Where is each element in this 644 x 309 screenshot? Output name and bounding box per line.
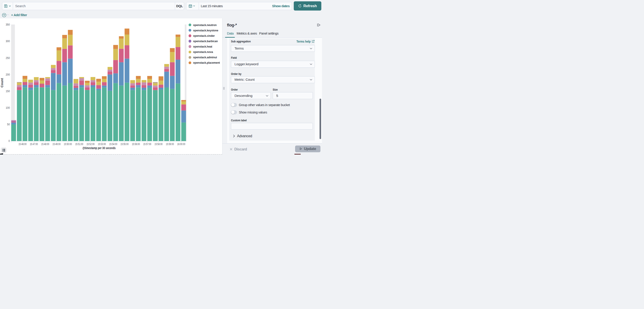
svg-text:@timestamp per 30 seconds: @timestamp per 30 seconds [82, 146, 116, 150]
svg-text:15:59:00: 15:59:00 [166, 142, 174, 146]
svg-text:15:58:00: 15:58:00 [154, 142, 162, 146]
svg-text:15:54:00: 15:54:00 [109, 142, 117, 146]
svg-text:15:53:00: 15:53:00 [98, 142, 106, 146]
svg-text:16:00:00: 16:00:00 [177, 142, 185, 146]
svg-text:50: 50 [7, 123, 10, 126]
svg-text:200: 200 [6, 73, 10, 76]
svg-text:0: 0 [8, 140, 10, 142]
svg-text:300: 300 [6, 40, 10, 43]
svg-text:15:52:00: 15:52:00 [86, 142, 95, 146]
svg-text:15:49:00: 15:49:00 [52, 142, 60, 146]
svg-text:15:55:00: 15:55:00 [120, 142, 128, 146]
svg-text:15:50:00: 15:50:00 [64, 142, 72, 146]
svg-text:350: 350 [6, 23, 10, 26]
svg-text:150: 150 [6, 90, 10, 92]
svg-text:250: 250 [6, 56, 10, 60]
svg-text:15:51:00: 15:51:00 [75, 142, 83, 146]
svg-text:100: 100 [6, 106, 10, 110]
svg-text:15:47:00: 15:47:00 [30, 142, 38, 146]
svg-text:15:46:00: 15:46:00 [18, 142, 26, 146]
svg-text:15:48:00: 15:48:00 [41, 142, 49, 146]
svg-text:Count: Count [0, 78, 4, 87]
svg-text:15:56:00: 15:56:00 [132, 142, 140, 146]
svg-text:15:57:00: 15:57:00 [143, 142, 151, 146]
